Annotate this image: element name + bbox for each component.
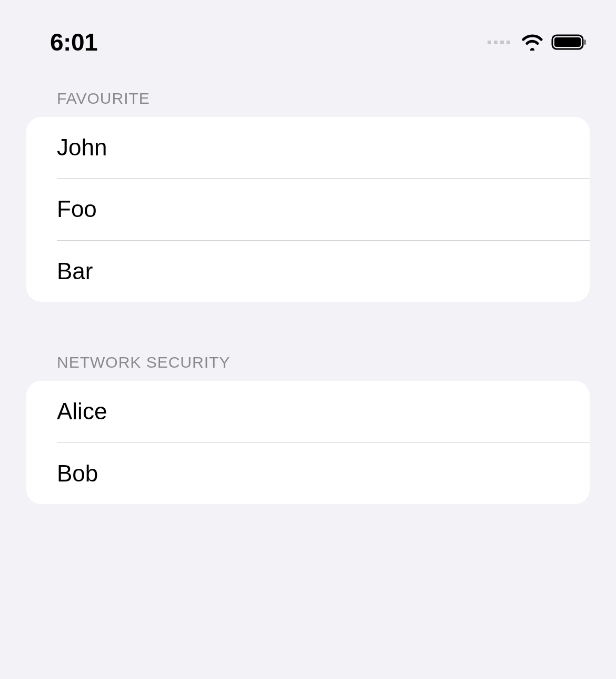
wifi-icon bbox=[521, 34, 544, 51]
svg-rect-2 bbox=[584, 40, 586, 45]
group-favourite: John Foo Bar bbox=[26, 117, 590, 302]
list-item[interactable]: John bbox=[26, 117, 590, 178]
main-content: FAVOURITE John Foo Bar NETWORK SECURITY … bbox=[0, 63, 616, 504]
list-item[interactable]: Bar bbox=[26, 241, 590, 302]
group-network-security: Alice Bob bbox=[26, 381, 590, 504]
list-item[interactable]: Foo bbox=[26, 179, 590, 240]
section-header-network-security: NETWORK SECURITY bbox=[26, 353, 590, 381]
status-time: 6:01 bbox=[50, 28, 97, 56]
section-header-favourite: FAVOURITE bbox=[26, 90, 590, 117]
cellular-dots-icon bbox=[488, 41, 510, 44]
status-bar: 6:01 bbox=[0, 0, 616, 63]
list-item[interactable]: Alice bbox=[26, 381, 590, 442]
battery-icon bbox=[551, 34, 587, 51]
status-indicators bbox=[488, 34, 587, 51]
svg-rect-1 bbox=[554, 37, 581, 47]
list-item[interactable]: Bob bbox=[26, 443, 590, 504]
